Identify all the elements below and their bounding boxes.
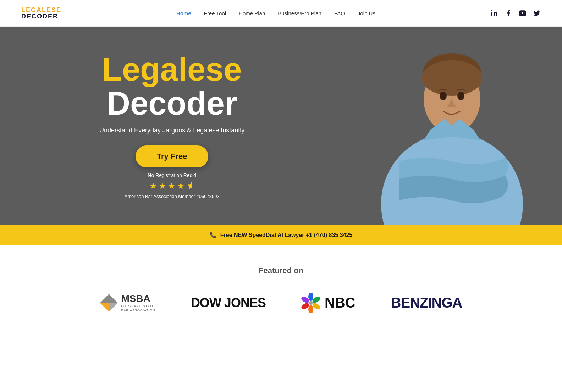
logo-top: LEGALESE [21,7,61,13]
main-nav: Home Free Tool Home Plan Business/Pro Pl… [176,10,375,16]
facebook-icon[interactable] [505,9,512,17]
nav-faq[interactable]: FAQ [334,10,345,16]
svg-marker-9 [100,294,118,303]
nav-join-us[interactable]: Join Us [358,10,375,16]
nav-home-plan[interactable]: Home Plan [239,10,265,16]
svg-point-11 [309,301,313,305]
nav-business-plan[interactable]: Business/Pro Plan [278,10,321,16]
aba-member-text: American Bar Association Member #0607859… [125,194,220,199]
hero-title-yellow: Legalese [102,53,242,85]
logo[interactable]: LEGALESE DECODER [21,7,61,20]
nav-free-tool[interactable]: Free Tool [204,10,226,16]
star-5-half: ⯨ [186,181,195,191]
svg-point-15 [308,305,313,313]
speed-dial-banner[interactable]: 📞 Free NEW SpeedDial AI Lawyer +1 (470) … [0,225,562,245]
star-rating: ★ ★ ★ ★ ⯨ [149,181,195,191]
featured-section: Featured on MSBA MARYLAND STATEBAR ASSOC… [0,245,562,341]
svg-point-5 [422,60,482,96]
svg-point-0 [491,10,492,11]
nbc-logo: NBC [301,293,356,313]
youtube-icon[interactable] [519,9,527,17]
dowjones-text: DOW JONES [191,296,266,310]
site-header: LEGALESE DECODER Home Free Tool Home Pla… [0,0,562,27]
logo-bottom: DECODER [21,13,61,20]
linkedin-icon[interactable] [490,9,498,17]
no-registration-text: No Registration Req'd [148,172,196,178]
speed-dial-text: Free NEW SpeedDial AI Lawyer +1 (470) 83… [220,232,352,238]
hero-person-image [370,34,534,225]
msba-logo: MSBA MARYLAND STATEBAR ASSOCIATION [100,293,155,313]
svg-point-12 [308,293,313,301]
msba-subtext: MARYLAND STATEBAR ASSOCIATION [121,304,155,313]
hero-section: Legalese Decoder Understand Everyday Jar… [0,27,562,225]
nbc-text: NBC [325,295,356,311]
social-links [490,9,541,17]
svg-marker-10 [109,303,118,312]
twitter-icon[interactable] [533,9,541,17]
star-2: ★ [159,181,166,191]
nav-home[interactable]: Home [176,10,191,16]
hero-content: Legalese Decoder Understand Everyday Jar… [99,53,244,199]
star-3: ★ [168,181,176,191]
phone-icon: 📞 [210,232,217,238]
star-4: ★ [177,181,185,191]
svg-point-6 [440,92,447,100]
featured-logos: MSBA MARYLAND STATEBAR ASSOCIATION DOW J… [21,293,541,313]
hero-title-white: Decoder [107,87,237,120]
try-free-button[interactable]: Try Free [136,145,209,167]
star-1: ★ [149,181,157,191]
benzinga-text: BENZINGA [391,295,462,310]
svg-point-7 [457,92,464,100]
dowjones-logo: DOW JONES [191,296,266,310]
msba-icon [100,294,118,312]
featured-title: Featured on [21,266,541,275]
nbc-peacock-icon [301,293,320,313]
benzinga-logo: BENZINGA [391,295,462,311]
hero-subtitle: Understand Everyday Jargons & Legalese I… [99,127,244,134]
msba-text: MSBA [121,293,155,304]
